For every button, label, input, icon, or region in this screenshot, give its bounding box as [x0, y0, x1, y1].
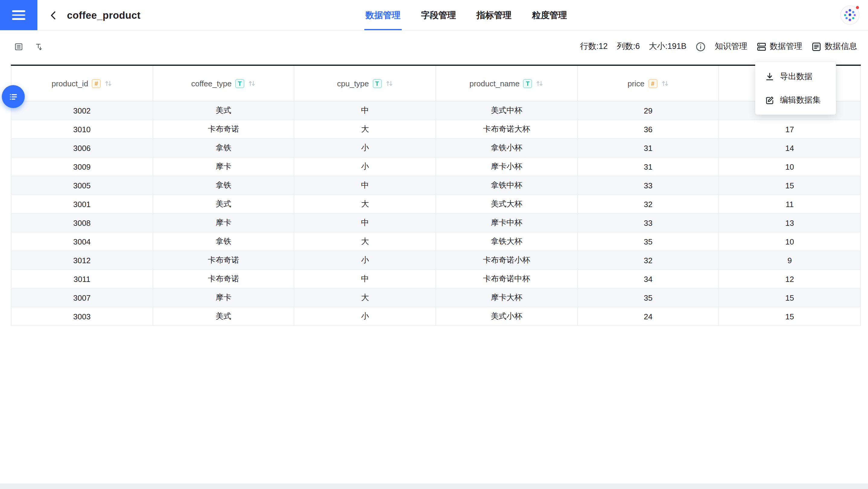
table-row: 3009摩卡小摩卡小杯3110	[11, 157, 861, 176]
table-row: 3006拿铁小拿铁小杯3114	[11, 139, 861, 157]
table-cell: 小	[294, 307, 436, 326]
chevron-left-icon	[48, 10, 59, 20]
number-type-badge: #	[648, 79, 657, 88]
sort-icon[interactable]	[536, 79, 544, 88]
data-manage-dropdown: 导出数据 编辑数据集	[755, 62, 836, 115]
sort-icon[interactable]	[385, 79, 393, 88]
tab-granularity-manage[interactable]: 粒度管理	[531, 0, 568, 30]
column-header[interactable]: price#	[577, 65, 719, 101]
table-cell: 32	[577, 251, 719, 269]
sort-icon[interactable]	[104, 79, 112, 88]
table-cell: 34	[577, 269, 719, 288]
table-cell: 14	[719, 139, 861, 157]
toolbar-right: 行数:12 列数:6 大小:191B 知识管理 数据管理	[580, 41, 857, 52]
sort-icon[interactable]	[661, 79, 669, 88]
text-filter-icon[interactable]	[31, 39, 47, 54]
column-header[interactable]: coffee_typeT	[153, 65, 294, 101]
table-cell: 12	[719, 269, 861, 288]
table-cell: 美式	[153, 307, 294, 326]
info-button[interactable]	[695, 41, 706, 52]
table-cell: 拿铁中杯	[436, 176, 577, 195]
edit-dataset-menu-item[interactable]: 编辑数据集	[755, 88, 836, 112]
table-cell: 3012	[11, 251, 153, 269]
table-cell: 36	[577, 120, 719, 139]
column-name: product_name	[469, 79, 519, 88]
export-data-menu-item[interactable]: 导出数据	[755, 65, 836, 88]
sort-icon[interactable]	[248, 79, 256, 88]
table-cell: 大	[294, 232, 436, 251]
table-cell: 卡布奇诺大杯	[436, 120, 577, 139]
column-count: 列数:6	[617, 41, 640, 52]
tab-data-manage[interactable]: 数据管理	[364, 0, 402, 30]
notification-dot	[855, 5, 860, 10]
table-cell: 大	[294, 120, 436, 139]
table-cell: 3002	[11, 101, 153, 120]
table-cell: 美式中杯	[436, 101, 577, 120]
data-table: product_id#coffee_typeTcpu_typeTproduct_…	[11, 65, 861, 326]
table-cell: 3005	[11, 176, 153, 195]
table-toolbar: 行数:12 列数:6 大小:191B 知识管理 数据管理	[0, 31, 868, 62]
text-type-badge: T	[235, 79, 244, 88]
table-cell: 3001	[11, 195, 153, 213]
column-header[interactable]: product_nameT	[436, 65, 577, 101]
column-name: coffee_type	[191, 79, 231, 88]
table-cell: 大	[294, 288, 436, 307]
table-row: 3004拿铁大拿铁大杯3510	[11, 232, 861, 251]
table-row: 3012卡布奇诺小卡布奇诺小杯329	[11, 251, 861, 269]
size-stat: 大小:191B	[649, 41, 686, 52]
table-cell: 9	[719, 251, 861, 269]
table-cell: 3011	[11, 269, 153, 288]
table-row: 3001美式大美式大杯3211	[11, 195, 861, 213]
table-cell: 中	[294, 101, 436, 120]
hamburger-button[interactable]	[0, 0, 37, 30]
table-cell: 3008	[11, 213, 153, 232]
info-icon	[695, 41, 706, 52]
data-manage-button[interactable]: 数据管理	[756, 41, 802, 52]
table-cell: 3007	[11, 288, 153, 307]
table-cell: 33	[577, 213, 719, 232]
table-body: 3002美式中美式中杯293010卡布奇诺大卡布奇诺大杯36173006拿铁小拿…	[11, 101, 861, 326]
table-cell: 卡布奇诺	[153, 269, 294, 288]
data-table-container: product_id#coffee_typeTcpu_typeTproduct_…	[11, 65, 861, 326]
expand-panel-button[interactable]	[2, 85, 25, 108]
back-button[interactable]	[47, 9, 60, 22]
table-cell: 美式小杯	[436, 307, 577, 326]
table-cell: 摩卡	[153, 213, 294, 232]
table-row: 3003美式小美式小杯2415	[11, 307, 861, 326]
table-cell: 拿铁	[153, 176, 294, 195]
table-cell: 15	[719, 288, 861, 307]
table-cell: 10	[719, 157, 861, 176]
tab-field-manage[interactable]: 字段管理	[420, 0, 457, 30]
table-cell: 17	[719, 120, 861, 139]
data-info-button[interactable]: 数据信息	[811, 41, 857, 52]
table-cell: 美式	[153, 101, 294, 120]
list-panel-icon	[8, 91, 19, 102]
table-cell: 31	[577, 139, 719, 157]
table-row: 3008摩卡中摩卡中杯3313	[11, 213, 861, 232]
knowledge-manage-button[interactable]: 知识管理	[715, 41, 747, 52]
table-cell: 11	[719, 195, 861, 213]
table-cell: 35	[577, 232, 719, 251]
table-cell: 中	[294, 213, 436, 232]
table-cell: 卡布奇诺	[153, 251, 294, 269]
column-name: cpu_type	[337, 79, 369, 88]
main-surface: coffee_product 数据管理 字段管理 指标管理 粒度管理	[0, 0, 868, 484]
top-bar: coffee_product 数据管理 字段管理 指标管理 粒度管理	[0, 0, 868, 31]
column-header[interactable]: product_id#	[11, 65, 153, 101]
column-header[interactable]: cpu_typeT	[294, 65, 436, 101]
table-cell: 29	[577, 101, 719, 120]
edit-icon	[765, 95, 775, 105]
database-gear-icon	[756, 41, 767, 52]
tab-bar: 数据管理 字段管理 指标管理 粒度管理	[364, 0, 568, 30]
table-cell: 小	[294, 139, 436, 157]
table-cell: 中	[294, 176, 436, 195]
table-row: 3002美式中美式中杯29	[11, 101, 861, 120]
avatar[interactable]	[840, 5, 860, 25]
table-row: 3005拿铁中拿铁中杯3315	[11, 176, 861, 195]
table-head-row: product_id#coffee_typeTcpu_typeTproduct_…	[11, 65, 861, 101]
table-cell: 卡布奇诺小杯	[436, 251, 577, 269]
table-cell: 24	[577, 307, 719, 326]
tab-metric-manage[interactable]: 指标管理	[475, 0, 513, 30]
row-height-icon[interactable]	[11, 39, 27, 54]
page-title: coffee_product	[67, 9, 141, 21]
